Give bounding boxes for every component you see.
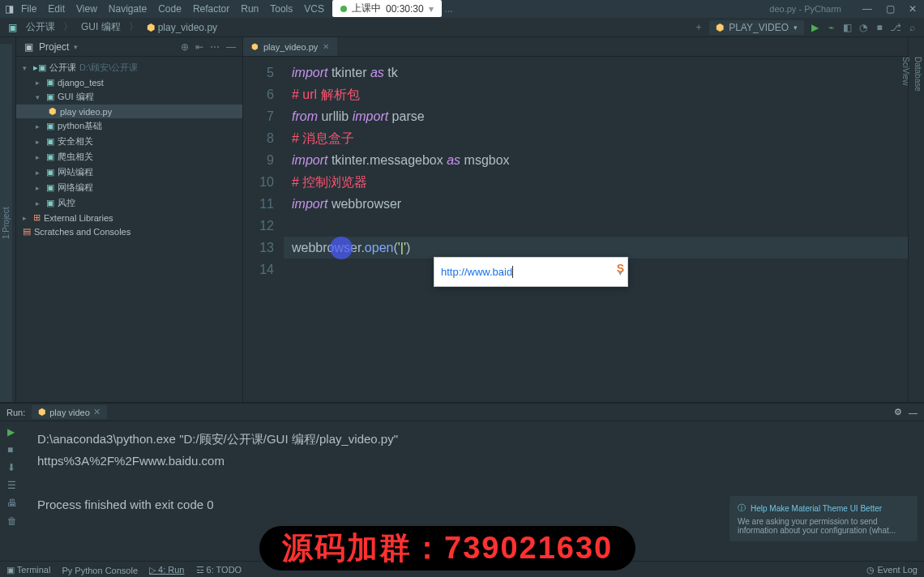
run-toolbar: ▶ ■ ⬇ ☰ 🖶 🗑 bbox=[0, 421, 26, 561]
tree-folder[interactable]: ▣ 网站编程 bbox=[16, 165, 242, 180]
menu-view[interactable]: View bbox=[71, 2, 102, 16]
tree-file[interactable]: ⬢ play video.py bbox=[16, 105, 242, 118]
run-tab-label: play video bbox=[49, 408, 90, 417]
editor-tab[interactable]: ⬢ play_video.py ✕ bbox=[243, 37, 338, 56]
menu-code[interactable]: Code bbox=[153, 2, 186, 16]
print-icon[interactable]: 🖶 bbox=[7, 498, 19, 509]
line-gutter: 567891011121314 bbox=[243, 57, 284, 402]
chevron-down-icon[interactable]: ▾ bbox=[74, 43, 78, 51]
titlebar: ◨ FileEditViewNavigateCodeRefactorRunToo… bbox=[0, 0, 924, 18]
collapse-icon[interactable]: ⇤ bbox=[195, 41, 203, 53]
right-tabs: Database SciView bbox=[900, 49, 924, 100]
notif-body: We are asking your permission to send in… bbox=[738, 517, 909, 535]
close-button[interactable]: ✕ bbox=[905, 3, 921, 15]
git-button[interactable]: ⎇ bbox=[890, 22, 901, 33]
trash-icon[interactable]: 🗑 bbox=[7, 515, 19, 527]
breadcrumb-item[interactable]: GUI 编程 bbox=[78, 19, 124, 35]
notification-popup[interactable]: ⓘHelp Make Material Theme UI Better We a… bbox=[729, 496, 918, 541]
code-editor[interactable]: 567891011121314 import tkinter as tk# ur… bbox=[243, 57, 908, 402]
code-line[interactable]: from urllib import parse bbox=[284, 105, 908, 127]
close-icon[interactable]: ✕ bbox=[93, 407, 101, 417]
console-line bbox=[37, 472, 913, 494]
code-line[interactable]: # url 解析包 bbox=[284, 83, 908, 105]
run-settings-icon[interactable]: ⚙ bbox=[894, 407, 902, 417]
code-line[interactable]: # 控制浏览器 bbox=[284, 171, 908, 193]
add-config-icon[interactable]: ＋ bbox=[693, 22, 704, 33]
ime-dropdown-icon[interactable]: ▾ bbox=[618, 263, 622, 284]
tree-folder[interactable]: ▣ 爬虫相关 bbox=[16, 149, 242, 165]
rail-project[interactable]: 1:Project bbox=[0, 44, 12, 402]
profile-button[interactable]: ◔ bbox=[858, 22, 869, 33]
stop-button[interactable]: ■ bbox=[874, 22, 885, 33]
window-controls: — ▢ ✕ bbox=[859, 3, 921, 15]
menu-run[interactable]: Run bbox=[236, 2, 263, 16]
debug-button[interactable]: ⌁ bbox=[825, 22, 836, 33]
tree-folder[interactable]: ▣ GUI 编程 bbox=[16, 89, 242, 105]
maximize-button[interactable]: ▢ bbox=[882, 3, 898, 15]
code-line[interactable]: webbrowser.open('|') bbox=[284, 237, 908, 259]
ime-popup[interactable]: http://www.baid S ▾ bbox=[434, 257, 628, 287]
settings-icon[interactable]: ⋯ bbox=[210, 41, 220, 53]
menu-vcs[interactable]: VCS bbox=[299, 2, 329, 16]
tree-folder[interactable]: ▣ python基础 bbox=[16, 118, 242, 134]
close-tab-icon[interactable]: ✕ bbox=[323, 42, 329, 51]
tool-terminal[interactable]: ▣ Terminal bbox=[6, 565, 50, 575]
tab-label: play_video.py bbox=[263, 42, 318, 52]
breadcrumb-item[interactable]: 公开课 bbox=[23, 19, 58, 35]
tree-folder[interactable]: ▣ 风控 bbox=[16, 195, 242, 211]
code-content[interactable]: import tkinter as tk# url 解析包from urllib… bbox=[284, 57, 908, 402]
app-icon: ◨ bbox=[3, 3, 15, 15]
editor-tabs: ⬢ play_video.py ✕ bbox=[243, 37, 908, 57]
run-label: Run: bbox=[6, 408, 25, 417]
code-line[interactable]: import webbrowser bbox=[284, 193, 908, 215]
cursor-highlight bbox=[330, 237, 353, 259]
recording-time: 00:30:30 bbox=[386, 3, 424, 15]
menu-file[interactable]: File bbox=[16, 2, 41, 16]
code-line[interactable]: # 消息盒子 bbox=[284, 127, 908, 149]
tool-run[interactable]: ▷ 4: Run bbox=[149, 565, 184, 575]
window-title: deo.py - PyCharm bbox=[769, 4, 841, 14]
breadcrumb-item[interactable]: ⬢ play_video.py bbox=[143, 21, 220, 34]
hide-icon[interactable]: — bbox=[226, 41, 236, 53]
tree-scratches[interactable]: ▤ Scratches and Consoles bbox=[16, 224, 242, 238]
right-tab-sciview[interactable]: SciView bbox=[900, 49, 912, 100]
run-config-selector[interactable]: ⬢ PLAY_VIDEO ▾ bbox=[709, 20, 804, 35]
run-button[interactable]: ▶ bbox=[809, 22, 820, 33]
recording-dd-icon[interactable]: ▾ bbox=[429, 3, 434, 15]
tree-root[interactable]: ▸▣ 公开课 D:\顾安\公开课 bbox=[16, 60, 242, 75]
menu-tools[interactable]: Tools bbox=[265, 2, 297, 16]
recording-label: 上课中 bbox=[352, 2, 381, 15]
minimize-button[interactable]: — bbox=[859, 3, 875, 15]
event-log[interactable]: ◷ Event Log bbox=[866, 565, 918, 575]
target-icon[interactable]: ⊕ bbox=[181, 41, 189, 53]
tree-folder[interactable]: ▣ 网络编程 bbox=[16, 180, 242, 195]
tool-todo[interactable]: ☲ 6: TODO bbox=[196, 565, 242, 575]
menu-navigate[interactable]: Navigate bbox=[104, 2, 152, 16]
panel-title: Project bbox=[39, 41, 69, 53]
code-line[interactable]: import tkinter as tk bbox=[284, 62, 908, 83]
python-icon: ⬢ bbox=[716, 22, 724, 33]
coverage-button[interactable]: ◧ bbox=[841, 22, 853, 33]
menu-edit[interactable]: Edit bbox=[43, 2, 70, 16]
right-tab-database[interactable]: Database bbox=[912, 49, 924, 100]
code-line[interactable]: import tkinter.messagebox as msgbox bbox=[284, 149, 908, 171]
tree-external[interactable]: ⊞ External Libraries bbox=[16, 211, 242, 224]
navigation-bar: ▣ 公开课〉GUI 编程〉⬢ play_video.py ＋ ⬢ PLAY_VI… bbox=[0, 18, 924, 37]
console-line: https%3A%2F%2Fwww.baidu.com bbox=[37, 450, 913, 472]
editor-area: ⬢ play_video.py ✕ 567891011121314 import… bbox=[243, 37, 908, 402]
tool-python-console[interactable]: Py Python Console bbox=[62, 566, 138, 575]
down-icon[interactable]: ⬇ bbox=[7, 462, 19, 473]
run-tab[interactable]: ⬢ play video ✕ bbox=[32, 405, 107, 419]
tree-folder[interactable]: ▣ 安全相关 bbox=[16, 134, 242, 149]
menu-refactor[interactable]: Refactor bbox=[188, 2, 234, 16]
search-button[interactable]: ⌕ bbox=[906, 22, 918, 33]
tree-folder[interactable]: ▣ django_test bbox=[16, 75, 242, 89]
stop-icon[interactable]: ■ bbox=[7, 444, 19, 455]
project-tree[interactable]: ▸▣ 公开课 D:\顾安\公开课▣ django_test▣ GUI 编程⬢ p… bbox=[16, 57, 242, 241]
rerun-icon[interactable]: ▶ bbox=[7, 426, 19, 438]
notif-title: Help Make Material Theme UI Better bbox=[751, 504, 882, 513]
code-line[interactable] bbox=[284, 215, 908, 237]
run-config-label: PLAY_VIDEO bbox=[729, 22, 789, 33]
run-hide-icon[interactable]: — bbox=[909, 408, 918, 417]
filter-icon[interactable]: ☰ bbox=[7, 480, 19, 491]
